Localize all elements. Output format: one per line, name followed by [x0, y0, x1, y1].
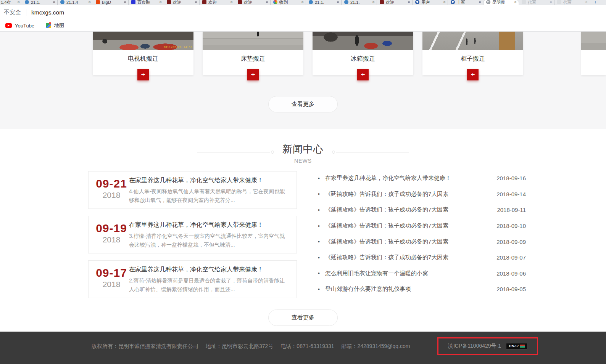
- bookmark-label: 地图: [54, 22, 64, 29]
- bullet-icon: •: [318, 191, 320, 197]
- news-list-item[interactable]: • 《延禧攻略》告诉我们：孩子成功必备的7大因素 2018-09-11: [318, 202, 526, 218]
- news-list-title[interactable]: 《延禧攻略》告诉我们：孩子成功必备的7大因素: [325, 254, 496, 261]
- news-content: 在家里养这几种花草，净化空气给家人带来健康！ 4.仙人掌-夜间释放氧气仙人掌有着…: [129, 172, 297, 205]
- tab-close-icon[interactable]: ✕: [372, 0, 375, 5]
- add-button[interactable]: +: [357, 69, 369, 80]
- tab-close-icon[interactable]: ✕: [479, 0, 481, 5]
- browser-tab[interactable]: 21.1. ✕: [306, 0, 341, 5]
- product-card[interactable]: 柜子搬迁 +: [422, 32, 523, 75]
- product-photo: [422, 32, 523, 50]
- browser-tab[interactable]: BigD ✕: [93, 0, 128, 5]
- browser-tab[interactable]: 收到 ✕: [270, 0, 306, 5]
- browser-tab[interactable]: 用户 ✕: [412, 0, 448, 5]
- tab-label: 百度翻: [137, 0, 158, 5]
- tab-close-icon[interactable]: ✕: [159, 0, 162, 5]
- featured-news-item[interactable]: 09-21 2018 在家里养这几种花草，净化空气给家人带来健康！ 4.仙人掌-…: [88, 171, 297, 209]
- news-list-title[interactable]: 怎么利用旧毛衣让宠物有一个温暖的小窝: [325, 270, 496, 277]
- decorative-line: [336, 152, 409, 152]
- tab-close-icon[interactable]: ✕: [88, 0, 91, 5]
- product-photo: [203, 32, 303, 50]
- news-list-date: 2018-09-06: [496, 270, 526, 277]
- tab-close-icon[interactable]: ✕: [266, 0, 268, 5]
- news-date-block: 09-19 2018: [94, 222, 129, 244]
- tab-label: 21.1.: [31, 0, 52, 5]
- new-tab-button[interactable]: +: [590, 0, 601, 5]
- youtube-icon: [5, 23, 12, 28]
- tab-close-icon[interactable]: ✕: [301, 0, 304, 5]
- product-title: 电视机搬迁: [93, 55, 193, 63]
- browser-tab[interactable]: 代写 ✕: [554, 0, 590, 5]
- url-text[interactable]: kmcxgs.com: [31, 9, 64, 16]
- browser-tab[interactable]: 欢迎 ✕: [164, 0, 199, 5]
- news-list-date: 2018-09-14: [496, 191, 526, 197]
- multicolor-icon: [273, 0, 277, 4]
- address-bar[interactable]: 不安全 kmcxgs.com: [0, 5, 606, 20]
- news-title[interactable]: 在家里养这几种花草，净化空气给家人带来健康！: [129, 266, 290, 274]
- news-list-title[interactable]: 登山郊游有什么要注意的礼仪事项: [325, 285, 496, 293]
- browser-tab[interactable]: 21.1.4 ✕: [57, 0, 93, 5]
- news-list-item[interactable]: • 《延禧攻略》告诉我们：孩子成功必备的7大因素 2018-09-14: [318, 186, 526, 202]
- news-list-item[interactable]: • 登山郊游有什么要注意的礼仪事项 2018-09-05: [318, 281, 526, 297]
- news-list-item[interactable]: • 《延禧攻略》告诉我们：孩子成功必备的7大因素 2018-09-09: [318, 234, 526, 250]
- cnzz-counter-badge[interactable]: CNZZ: [506, 343, 527, 350]
- add-button[interactable]: +: [137, 69, 149, 80]
- browser-tab[interactable]: 上军 ✕: [448, 0, 483, 5]
- news-title[interactable]: 在家里养这几种花草，净化空气给家人带来健康！: [129, 221, 290, 229]
- news-list-title[interactable]: 《延禧攻略》告诉我们：孩子成功必备的7大因素: [325, 238, 496, 245]
- news-list-item[interactable]: • 《延禧攻略》告诉我们：孩子成功必备的7大因素 2018-09-10: [318, 218, 526, 234]
- tab-label: 收到: [279, 0, 300, 5]
- product-title: 柜子搬迁: [422, 55, 523, 63]
- product-photo: [313, 32, 413, 50]
- tab-close-icon[interactable]: ✕: [550, 0, 552, 5]
- tab-close-icon[interactable]: ✕: [408, 0, 410, 5]
- tab-label: 1.4省: [1, 0, 16, 5]
- bookmark-youtube[interactable]: YouTube: [5, 23, 34, 29]
- browser-tab[interactable]: 百度翻 ✕: [128, 0, 164, 5]
- news-day: 09-19: [94, 222, 129, 235]
- add-button[interactable]: +: [247, 69, 259, 80]
- icp-number-link[interactable]: 滇ICP备11006429号-1: [448, 343, 501, 350]
- featured-news-item[interactable]: 09-19 2018 在家里养这几种花草，净化空气给家人带来健康！ 3.柠檬-清…: [88, 216, 297, 253]
- tab-close-icon[interactable]: ✕: [337, 0, 339, 5]
- news-list-item[interactable]: • 怎么利用旧毛衣让宠物有一个温暖的小窝 2018-09-06: [318, 266, 526, 282]
- news-title[interactable]: 在家里养这几种花草，净化空气给家人带来健康！: [129, 176, 290, 184]
- browser-tab-active[interactable]: 昆明搬 ✕: [483, 0, 519, 5]
- browser-tab[interactable]: 1.4省 ✕: [0, 0, 22, 5]
- browser-tab[interactable]: 欢迎 ✕: [199, 0, 235, 5]
- news-list-title[interactable]: 《延禧攻略》告诉我们：孩子成功必备的7大因素: [325, 191, 496, 198]
- featured-news-column: 09-21 2018 在家里养这几种花草，净化空气给家人带来健康！ 4.仙人掌-…: [88, 171, 297, 305]
- browser-tab[interactable]: 21.1. ✕: [22, 0, 57, 5]
- tab-close-icon[interactable]: ✕: [124, 0, 126, 5]
- news-list-item[interactable]: • 《延禧攻略》告诉我们：孩子成功必备的7大因素 2018-09-07: [318, 250, 526, 266]
- news-year: 2018: [94, 280, 129, 289]
- bullet-icon: •: [318, 223, 320, 229]
- browser-tab[interactable]: 欢迎 ✕: [377, 0, 412, 5]
- product-card[interactable]: 冰箱搬迁 +: [313, 32, 413, 75]
- news-list-title[interactable]: 《延禧攻略》告诉我们：孩子成功必备的7大因素: [325, 222, 496, 229]
- browser-tab[interactable]: 欢迎 ✕: [235, 0, 270, 5]
- add-button[interactable]: +: [467, 69, 479, 80]
- tab-close-icon[interactable]: ✕: [585, 0, 588, 5]
- tab-close-icon[interactable]: ✕: [443, 0, 446, 5]
- tab-close-icon[interactable]: ✕: [230, 0, 233, 5]
- view-more-products-button[interactable]: 查看更多: [268, 96, 338, 112]
- bookmark-maps[interactable]: 地图: [46, 22, 64, 29]
- tab-close-icon[interactable]: ✕: [195, 0, 197, 5]
- security-indicator[interactable]: 不安全: [4, 9, 21, 16]
- browser-tab[interactable]: 21.1. ✕: [341, 0, 377, 5]
- cnzz-flag-icon: [520, 345, 525, 348]
- product-photo: [581, 32, 606, 50]
- featured-news-item[interactable]: 09-17 2018 在家里养这几种花草，净化空气给家人带来健康！ 2.薄荷-清…: [88, 260, 297, 298]
- browser-tab[interactable]: 代写 ✕: [519, 0, 554, 5]
- product-card[interactable]: 床垫搬迁 +: [203, 32, 303, 75]
- news-list-title[interactable]: 《延禧攻略》告诉我们：孩子成功必备的7大因素: [325, 206, 497, 213]
- product-card[interactable]: 2011/02/20 14:53 电视机搬迁 +: [93, 32, 193, 75]
- news-list-item[interactable]: • 在家里养这几种花草，净化空气给家人带来健康！ 2018-09-16: [318, 170, 526, 186]
- tab-close-icon[interactable]: ✕: [514, 0, 517, 5]
- news-day: 09-21: [94, 177, 129, 190]
- tab-close-icon[interactable]: ✕: [53, 0, 55, 5]
- tab-close-icon[interactable]: ✕: [17, 0, 20, 5]
- news-list-title[interactable]: 在家里养这几种花草，净化空气给家人带来健康！: [325, 175, 496, 182]
- product-card-partial: [581, 32, 606, 75]
- view-more-news-button[interactable]: 查看更多: [268, 309, 338, 326]
